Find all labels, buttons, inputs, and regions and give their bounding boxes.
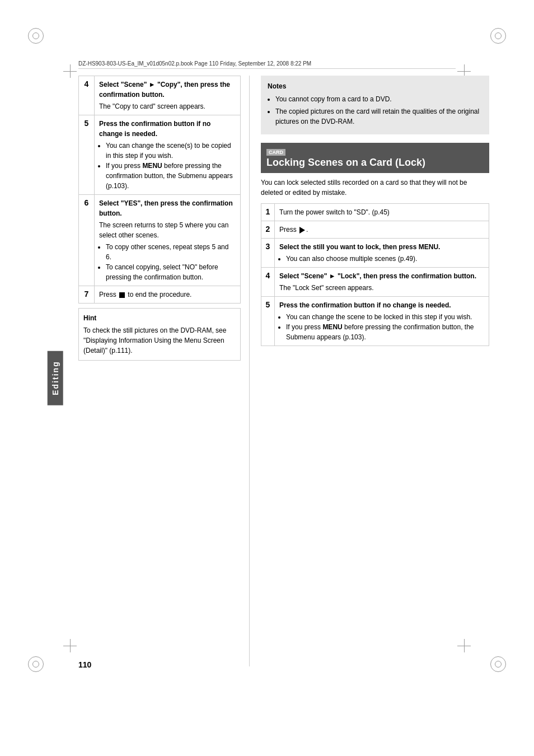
table-row: 4 Select "Scene" ► "Lock", then press th… <box>261 268 489 297</box>
step-4-body: The "Copy to card" screen appears. <box>99 102 205 110</box>
list-item: You can also choose multiple scenes (p.4… <box>286 254 484 264</box>
step-6-body: The screen returns to step 5 where you c… <box>99 221 228 239</box>
step-content-r5: Press the confirmation button if no chan… <box>275 297 489 346</box>
step-number-r5: 5 <box>261 297 275 346</box>
step-r3-title: Select the still you want to lock, then … <box>279 242 484 252</box>
hint-box: Hint To check the still pictures on the … <box>78 308 241 361</box>
card-badge: CARD <box>266 149 285 156</box>
list-item: You can change the scene(s) to be copied… <box>106 141 236 161</box>
step-number-5: 5 <box>79 115 95 195</box>
step-number-r1: 1 <box>261 204 275 221</box>
step-5-title: Press the confirmation button if no chan… <box>99 119 236 139</box>
step-number-6: 6 <box>79 195 95 286</box>
step-content-r3: Select the still you want to lock, then … <box>275 239 489 268</box>
right-column: Notes You cannot copy from a card to a D… <box>249 76 489 666</box>
section-header: CARD Locking Scenes on a Card (Lock) <box>261 143 489 173</box>
step-content-6: Select "YES", then press the confirmatio… <box>95 195 241 286</box>
section-intro: You can lock selected stills recorded on… <box>261 178 489 198</box>
notes-box: Notes You cannot copy from a card to a D… <box>261 76 489 134</box>
play-icon <box>299 227 305 234</box>
table-row: 5 Press the confirmation button if no ch… <box>79 115 241 195</box>
list-item: You can change the scene to be locked in… <box>286 312 484 322</box>
step-r4-title: Select "Scene" ► "Lock", then press the … <box>279 271 484 281</box>
step-6-title: Select "YES", then press the confirmatio… <box>99 198 236 218</box>
table-row: 5 Press the confirmation button if no ch… <box>261 297 489 346</box>
step-r5-bullets: You can change the scene to be locked in… <box>286 312 484 342</box>
step-number-r3: 3 <box>261 239 275 268</box>
content-area: 4 Select "Scene" ► "Copy", then press th… <box>78 76 489 666</box>
step-number-r2: 2 <box>261 221 275 239</box>
cross-top-left <box>63 64 77 78</box>
step-6-bullets: To copy other scenes, repeat steps 5 and… <box>106 242 236 282</box>
list-item: To cancel copying, select "NO" before pr… <box>106 262 236 282</box>
step-content-r2: Press . <box>275 221 489 239</box>
right-steps-table: 1 Turn the power switch to "SD". (p.45) … <box>261 203 489 346</box>
reg-mark-top-left <box>28 28 44 44</box>
step-number-r4: 4 <box>261 268 275 297</box>
file-info: DZ-HS903-803-US-Ea_IM_v01d05n02.p.book P… <box>78 60 456 69</box>
step-content-r4: Select "Scene" ► "Lock", then press the … <box>275 268 489 297</box>
table-row: 4 Select "Scene" ► "Copy", then press th… <box>79 76 241 115</box>
notes-list: You cannot copy from a card to a DVD. Th… <box>275 94 483 127</box>
step-content-4: Select "Scene" ► "Copy", then press the … <box>95 76 241 115</box>
reg-mark-bottom-right <box>490 656 506 672</box>
list-item: If you press MENU before pressing the co… <box>286 322 484 342</box>
notes-title: Notes <box>268 81 483 91</box>
reg-mark-bottom-left <box>28 656 44 672</box>
hint-title: Hint <box>83 313 236 323</box>
step-r3-bullets: You can also choose multiple scenes (p.4… <box>286 254 484 264</box>
stop-icon <box>119 292 125 298</box>
left-steps-table: 4 Select "Scene" ► "Copy", then press th… <box>78 76 241 304</box>
step-content-7: Press to end the procedure. <box>95 286 241 304</box>
step-r4-body: The "Lock Set" screen appears. <box>279 284 374 292</box>
left-column: 4 Select "Scene" ► "Copy", then press th… <box>78 76 249 666</box>
table-row: 1 Turn the power switch to "SD". (p.45) <box>261 204 489 221</box>
step-number-4: 4 <box>79 76 95 115</box>
hint-body: To check the still pictures on the DVD-R… <box>83 325 236 356</box>
table-row: 3 Select the still you want to lock, the… <box>261 239 489 268</box>
sidebar-label: Editing <box>48 351 63 405</box>
step-5-bullets: You can change the scene(s) to be copied… <box>106 141 236 191</box>
page-number: 110 <box>78 660 91 669</box>
step-number-7: 7 <box>79 286 95 304</box>
step-4-title: Select "Scene" ► "Copy", then press the … <box>99 80 236 100</box>
table-row: 2 Press . <box>261 221 489 239</box>
list-item: If you press MENU before pressing the co… <box>106 161 236 191</box>
list-item: The copied pictures on the card will ret… <box>275 106 483 127</box>
cross-bot-left <box>63 639 77 652</box>
step-content-r1: Turn the power switch to "SD". (p.45) <box>275 204 489 221</box>
list-item: You cannot copy from a card to a DVD. <box>275 94 483 104</box>
reg-mark-top-right <box>490 28 506 44</box>
section-title: Locking Scenes on a Card (Lock) <box>266 157 484 169</box>
step-content-5: Press the confirmation button if no chan… <box>95 115 241 195</box>
step-r5-title: Press the confirmation button if no chan… <box>279 300 484 310</box>
table-row: 7 Press to end the procedure. <box>79 286 241 304</box>
list-item: To copy other scenes, repeat steps 5 and… <box>106 242 236 262</box>
table-row: 6 Select "YES", then press the confirmat… <box>79 195 241 286</box>
